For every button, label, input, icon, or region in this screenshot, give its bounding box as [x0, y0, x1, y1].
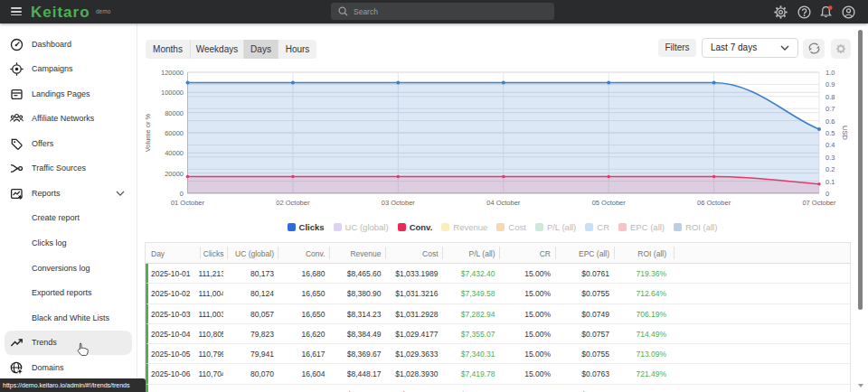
svg-text:100000: 100000 [161, 89, 184, 97]
svg-text:60000: 60000 [165, 129, 184, 137]
svg-text:USD: USD [841, 126, 849, 140]
svg-text:0.6: 0.6 [826, 117, 835, 126]
svg-text:0.5: 0.5 [826, 129, 835, 137]
svg-text:0.4: 0.4 [826, 141, 835, 149]
svg-text:05 October: 05 October [592, 199, 627, 207]
svg-text:0.8: 0.8 [826, 93, 835, 101]
svg-text:0: 0 [826, 190, 829, 198]
svg-text:0.3: 0.3 [826, 154, 835, 162]
svg-text:06 October: 06 October [697, 199, 731, 207]
svg-text:0.9: 0.9 [826, 80, 835, 89]
svg-text:40000: 40000 [165, 149, 184, 157]
svg-text:0.2: 0.2 [826, 165, 835, 173]
svg-text:03 October: 03 October [382, 199, 416, 207]
svg-text:04 October: 04 October [486, 199, 521, 207]
svg-text:0.1: 0.1 [826, 178, 835, 186]
svg-text:07 October: 07 October [802, 199, 836, 207]
svg-text:120000: 120000 [161, 69, 184, 77]
svg-text:02 October: 02 October [276, 199, 310, 207]
svg-text:Volume or %: Volume or % [144, 113, 152, 152]
svg-text:80000: 80000 [165, 109, 184, 117]
svg-text:20000: 20000 [165, 170, 184, 178]
svg-text:1.0: 1.0 [826, 69, 835, 77]
svg-text:0: 0 [180, 190, 184, 198]
svg-text:01 October: 01 October [171, 199, 205, 207]
svg-text:0.7: 0.7 [826, 105, 835, 113]
